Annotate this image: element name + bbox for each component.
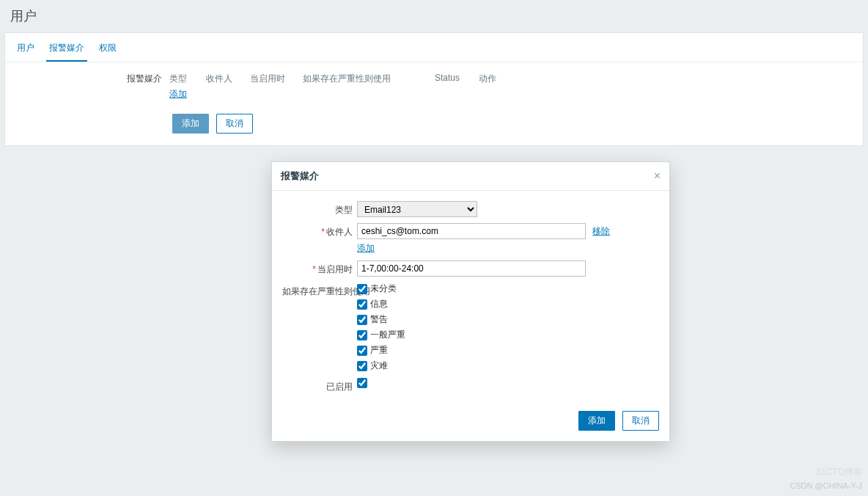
watermark-top: 51CTO博客 <box>817 466 862 478</box>
modal-body: 类型 Email123 *收件人 移除 添加 *当启用时 如果存在严重性则使用 <box>272 191 669 404</box>
row-type: 类型 Email123 <box>282 201 659 217</box>
modal-header: 报警媒介 × <box>272 162 669 191</box>
col-severity: 如果存在严重性则使用 <box>303 73 435 88</box>
tab-user[interactable]: 用户 <box>14 39 37 62</box>
severity-label-3: 一般严重 <box>370 329 405 341</box>
severity-checkbox-3[interactable] <box>357 330 367 340</box>
severity-label-2: 警告 <box>370 313 388 326</box>
label-recipient-text: 收件人 <box>326 227 353 237</box>
tab-media[interactable]: 报警媒介 <box>46 39 87 62</box>
severity-label-5: 灾难 <box>370 360 388 372</box>
label-enabled: 已启用 <box>282 378 357 393</box>
when-input[interactable] <box>357 260 586 277</box>
modal-add-button[interactable]: 添加 <box>578 411 615 431</box>
media-table-header: 类型 收件人 当启用时 如果存在严重性则使用 Status 动作 <box>169 73 853 88</box>
table-add-link[interactable]: 添加 <box>169 89 187 99</box>
watermark-bottom: CSDN @CHINA-Y-J <box>790 481 862 490</box>
label-recipient: *收件人 <box>282 223 357 238</box>
add-recipient-link[interactable]: 添加 <box>357 242 659 255</box>
row-recipient: *收件人 移除 添加 <box>282 223 659 255</box>
enabled-checkbox[interactable] <box>357 378 367 388</box>
severity-item-5[interactable]: 灾难 <box>357 360 659 372</box>
severity-checkbox-1[interactable] <box>357 299 367 310</box>
col-status: Status <box>435 73 479 88</box>
severity-checkbox-4[interactable] <box>357 346 367 356</box>
col-recipient: 收件人 <box>206 73 250 88</box>
col-type: 类型 <box>169 73 206 88</box>
severity-item-2[interactable]: 警告 <box>357 313 659 326</box>
row-severity: 如果存在严重性则使用 未分类 信息 警告 一般严重 严重 灾难 <box>282 282 659 372</box>
tabs-bar: 用户 报警媒介 权限 <box>5 33 863 62</box>
severity-checkbox-2[interactable] <box>357 315 367 325</box>
severity-checkbox-5[interactable] <box>357 361 367 371</box>
label-severity: 如果存在严重性则使用 <box>282 282 357 298</box>
remove-recipient-link[interactable]: 移除 <box>592 225 610 238</box>
media-section-label: 报警媒介 <box>15 73 169 101</box>
severity-label-0: 未分类 <box>370 282 397 295</box>
panel-add-button[interactable]: 添加 <box>172 114 209 134</box>
severity-item-4[interactable]: 严重 <box>357 344 659 357</box>
severity-label-1: 信息 <box>370 298 388 310</box>
label-type: 类型 <box>282 201 357 216</box>
label-when: *当启用时 <box>282 260 357 276</box>
severity-item-0[interactable]: 未分类 <box>357 282 659 295</box>
tab-permissions[interactable]: 权限 <box>96 39 119 62</box>
col-when: 当启用时 <box>250 73 303 88</box>
main-panel: 用户 报警媒介 权限 报警媒介 类型 收件人 当启用时 如果存在严重性则使用 S… <box>4 32 864 146</box>
modal-title: 报警媒介 <box>281 169 319 183</box>
severity-checkbox-0[interactable] <box>357 284 367 294</box>
panel-buttons: 添加 取消 <box>5 114 863 145</box>
media-modal: 报警媒介 × 类型 Email123 *收件人 移除 添加 *当启用时 <box>271 161 670 442</box>
panel-cancel-button[interactable]: 取消 <box>216 114 253 134</box>
type-select[interactable]: Email123 <box>357 201 477 217</box>
severity-label-4: 严重 <box>370 344 388 357</box>
row-enabled: 已启用 <box>282 378 659 393</box>
severity-item-1[interactable]: 信息 <box>357 298 659 310</box>
severity-item-3[interactable]: 一般严重 <box>357 329 659 341</box>
page-title: 用户 <box>0 0 868 32</box>
label-when-text: 当启用时 <box>317 264 353 274</box>
row-when: *当启用时 <box>282 260 659 277</box>
modal-footer: 添加 取消 <box>272 404 669 441</box>
severity-list: 未分类 信息 警告 一般严重 严重 灾难 <box>357 282 659 372</box>
modal-cancel-button[interactable]: 取消 <box>622 411 659 431</box>
recipient-input[interactable] <box>357 223 586 239</box>
media-table: 类型 收件人 当启用时 如果存在严重性则使用 Status 动作 添加 <box>169 73 853 101</box>
close-icon[interactable]: × <box>654 170 661 182</box>
media-section: 报警媒介 类型 收件人 当启用时 如果存在严重性则使用 Status 动作 添加 <box>5 62 863 114</box>
col-action: 动作 <box>479 73 523 88</box>
